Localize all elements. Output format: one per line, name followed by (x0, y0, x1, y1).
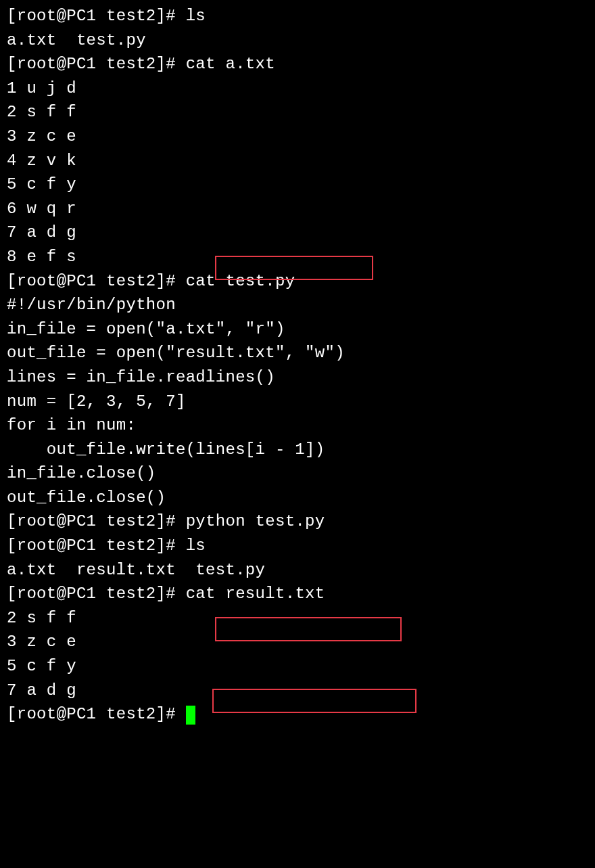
shell-command: cat test.py (186, 272, 295, 290)
ls-output-2: a.txt result.txt test.py (7, 558, 588, 583)
test-py-line: for i in num: (7, 413, 588, 438)
a-txt-line: 1 u j d (7, 76, 588, 101)
terminal-output[interactable]: [root@PC1 test2]# lsa.txt test.py[root@P… (0, 0, 595, 731)
a-txt-line: 6 w q r (7, 197, 588, 221)
result-txt-line: 5 c f y (7, 654, 588, 679)
test-py-line: #!/usr/bin/python (7, 293, 588, 317)
shell-prompt: [root@PC1 test2]# (7, 55, 186, 73)
shell-prompt: [root@PC1 test2]# (7, 512, 186, 530)
test-py-line: num = [2, 3, 5, 7] (7, 390, 588, 414)
shell-prompt: [root@PC1 test2]# (7, 705, 186, 723)
a-txt-line: 5 c f y (7, 173, 588, 197)
shell-command: cat result.txt (186, 585, 325, 603)
shell-prompt: [root@PC1 test2]# (7, 536, 186, 555)
shell-prompt: [root@PC1 test2]# (7, 272, 186, 290)
shell-command: python test.py (186, 512, 325, 530)
test-py-line: out_file = open("result.txt", "w") (7, 341, 588, 365)
result-txt-line: 3 z c e (7, 630, 588, 654)
prompt-active: [root@PC1 test2]# (7, 702, 588, 727)
shell-command: cat a.txt (186, 55, 275, 73)
shell-prompt: [root@PC1 test2]# (7, 7, 186, 25)
a-txt-line: 7 a d g (7, 221, 588, 245)
test-py-line: in_file.close() (7, 461, 588, 486)
result-txt-line: 7 a d g (7, 679, 588, 703)
cmd-ls-2: [root@PC1 test2]# ls (7, 534, 588, 558)
test-py-line: lines = in_file.readlines() (7, 365, 588, 390)
test-py-line: out_file.close() (7, 486, 588, 510)
result-txt-line: 2 s f f (7, 606, 588, 631)
test-py-line: out_file.write(lines[i - 1]) (7, 438, 588, 462)
ls-output-1: a.txt test.py (7, 28, 588, 53)
cmd-cat-a: [root@PC1 test2]# cat a.txt (7, 52, 588, 76)
cmd-python-run: [root@PC1 test2]# python test.py (7, 509, 588, 534)
a-txt-line: 8 e f s (7, 245, 588, 269)
cmd-cat-test: [root@PC1 test2]# cat test.py (7, 269, 588, 294)
a-txt-line: 4 z v k (7, 149, 588, 173)
cursor (186, 706, 195, 725)
a-txt-line: 3 z c e (7, 124, 588, 149)
shell-command: ls (186, 7, 206, 25)
cmd-ls-1: [root@PC1 test2]# ls (7, 4, 588, 28)
test-py-line: in_file = open("a.txt", "r") (7, 317, 588, 342)
cmd-cat-result: [root@PC1 test2]# cat result.txt (7, 582, 588, 606)
a-txt-line: 2 s f f (7, 100, 588, 124)
shell-command: ls (186, 536, 206, 555)
shell-prompt: [root@PC1 test2]# (7, 585, 186, 603)
